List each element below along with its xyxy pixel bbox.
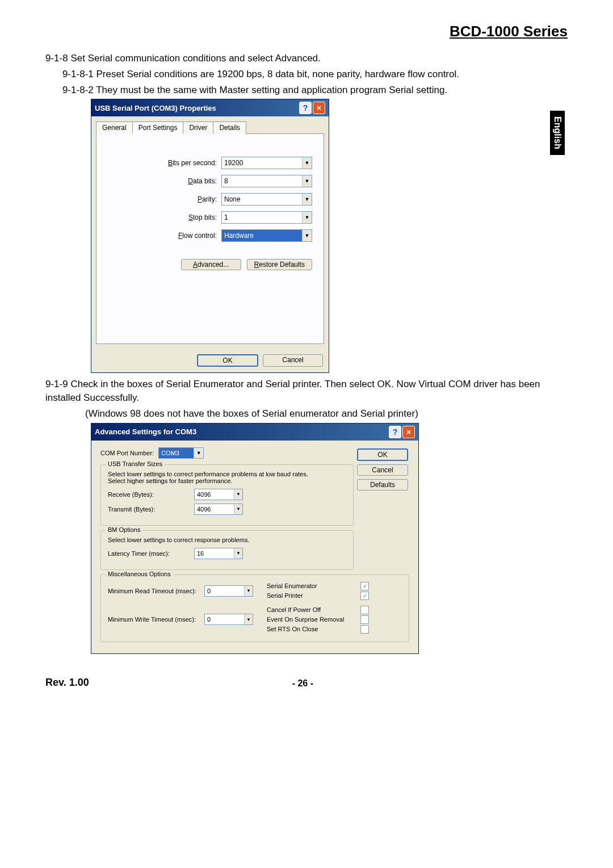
chevron-down-icon: ▼ [302, 157, 312, 169]
page-title: BCD-1000 Series [45, 23, 568, 40]
revision-label: Rev. 1.00 [45, 677, 89, 689]
chevron-down-icon: ▼ [244, 586, 253, 596]
document-page: BCD-1000 Series English 9-1-8 Set Serial… [0, 0, 613, 711]
misc-options-group: Miscellaneous Options Minimum Read Timeo… [100, 575, 409, 642]
cancel-power-label: Cancel If Power Off [267, 606, 321, 613]
defaults-button[interactable]: Defaults [357, 479, 408, 490]
language-tab: English [550, 111, 565, 155]
ok-button[interactable]: OK [357, 448, 408, 461]
usb-transfer-group: USB Transfer Sizes Select lower settings… [100, 464, 354, 526]
event-surprise-checkbox[interactable] [360, 615, 369, 624]
min-read-label: Minimum Read Timeout (msec): [108, 588, 199, 594]
com-port-label: COM Port Number: [100, 450, 154, 456]
chevron-down-icon: ▼ [302, 175, 312, 187]
tab-port-settings[interactable]: Port Settings [132, 121, 184, 134]
properties-dialog: USB Serial Port (COM3) Properties ? × Ge… [91, 99, 329, 373]
group-hint: Select lower settings to correct perform… [108, 471, 346, 484]
receive-label: Receive (Bytes): [108, 491, 187, 498]
min-read-select[interactable]: 0 ▼ [204, 585, 253, 597]
chevron-down-icon: ▼ [234, 504, 242, 514]
data-bits-label: Data bits: [188, 177, 217, 185]
cancel-button[interactable]: Cancel [357, 464, 408, 476]
chevron-down-icon: ▼ [244, 614, 253, 624]
help-button[interactable]: ? [389, 426, 401, 438]
close-button[interactable]: × [402, 426, 415, 438]
titlebar: Advanced Settings for COM3 ? × [91, 423, 418, 441]
help-button[interactable]: ? [299, 102, 312, 114]
tab-details[interactable]: Details [213, 121, 246, 134]
step-note: (Windows 98 does not have the boxes of S… [85, 407, 568, 421]
group-legend: BM Options [106, 526, 142, 533]
chevron-down-icon: ▼ [302, 230, 312, 241]
cancel-power-checkbox[interactable] [360, 606, 369, 614]
group-legend: USB Transfer Sizes [106, 460, 165, 467]
step-text: 9-1-9 Check in the boxes of Serial Enume… [45, 378, 568, 405]
group-legend: Miscellaneous Options [106, 571, 173, 577]
chevron-down-icon: ▼ [194, 448, 203, 458]
chevron-down-icon: ▼ [234, 489, 242, 500]
step-text: 9-1-8-2 They must be the same with Maste… [62, 83, 568, 97]
port-settings-panel: Bits per second: 19200 ▼ Data bits: 8 ▼ … [96, 134, 324, 344]
transmit-select[interactable]: 4096 ▼ [194, 504, 243, 515]
tab-driver[interactable]: Driver [183, 121, 213, 134]
step-text: 9-1-8 Set Serial communication condition… [45, 52, 568, 65]
ok-button[interactable]: OK [197, 354, 258, 367]
group-hint: Select lower settings to correct respons… [108, 536, 346, 543]
set-rts-label: Set RTS On Close [267, 626, 318, 632]
event-surprise-label: Event On Surprise Removal [267, 616, 344, 623]
chevron-down-icon: ▼ [234, 548, 242, 559]
flow-control-select[interactable]: Hardware ▼ [221, 229, 312, 242]
page-number: - 26 - [292, 678, 313, 689]
restore-defaults-button[interactable]: Restore Defaults [247, 259, 312, 270]
min-write-select[interactable]: 0 ▼ [204, 614, 253, 625]
min-write-label: Minimum Write Timeout (msec): [108, 616, 199, 623]
serial-printer-label: Serial Printer [267, 592, 303, 599]
bm-options-group: BM Options Select lower settings to corr… [100, 530, 354, 570]
tab-strip: General Port Settings Driver Details [96, 121, 324, 134]
close-button[interactable]: × [313, 102, 325, 114]
stop-bits-label: Stop bits: [188, 213, 217, 221]
latency-select[interactable]: 16 ▼ [194, 548, 243, 559]
chevron-down-icon: ▼ [302, 194, 312, 205]
titlebar: USB Serial Port (COM3) Properties ? × [91, 99, 329, 116]
flow-control-label: Flow control: [178, 232, 217, 240]
step-text: 9-1-8-1 Preset Serial conditions are 192… [62, 68, 568, 81]
tab-general[interactable]: General [96, 121, 133, 134]
serial-enumerator-checkbox[interactable]: ✓ [360, 582, 369, 590]
cancel-button[interactable]: Cancel [263, 354, 323, 367]
parity-select[interactable]: None ▼ [221, 193, 312, 206]
parity-label: Parity: [198, 195, 217, 203]
serial-printer-checkbox[interactable]: ✓ [360, 592, 369, 600]
advanced-button[interactable]: Advanced... [181, 259, 241, 270]
dialog-title: Advanced Settings for COM3 [95, 427, 196, 436]
latency-label: Latency Timer (msec): [108, 550, 187, 557]
com-port-select[interactable]: COM3 ▼ [158, 447, 204, 459]
serial-enumerator-label: Serial Enumerator [267, 582, 317, 589]
stop-bits-select[interactable]: 1 ▼ [221, 211, 312, 224]
bits-per-second-select[interactable]: 19200 ▼ [221, 157, 312, 169]
data-bits-select[interactable]: 8 ▼ [221, 175, 312, 187]
dialog-title: USB Serial Port (COM3) Properties [95, 104, 216, 112]
transmit-label: Transmit (Bytes): [108, 506, 187, 513]
chevron-down-icon: ▼ [302, 212, 312, 223]
receive-select[interactable]: 4096 ▼ [194, 489, 243, 500]
advanced-settings-dialog: Advanced Settings for COM3 ? × OK Cancel… [91, 423, 419, 654]
page-footer: Rev. 1.00 - 26 - [45, 677, 568, 689]
set-rts-checkbox[interactable] [360, 625, 369, 634]
bits-per-second-label: Bits per second: [168, 159, 217, 167]
